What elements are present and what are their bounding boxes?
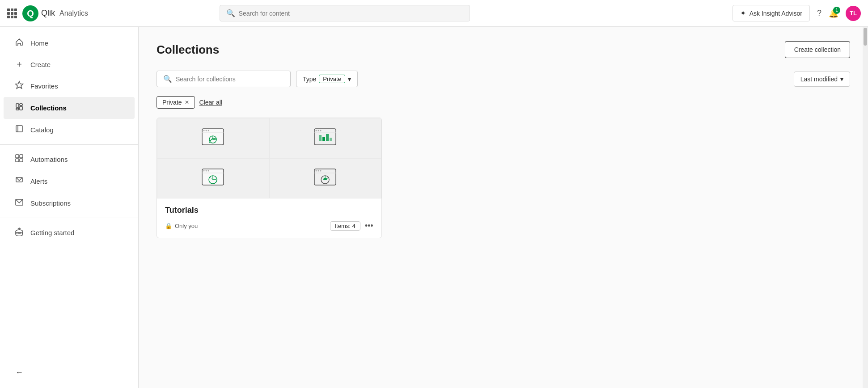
sidebar-item-subscriptions-label: Subscriptions [30,199,71,207]
svg-rect-32 [330,138,332,141]
svg-rect-7 [16,155,19,158]
help-icon: ? [817,8,821,17]
sidebar-item-subscriptions[interactable]: Subscriptions [4,192,135,214]
collection-title: Tutorials [165,206,373,215]
collection-search-bar: 🔍 [157,71,291,87]
thumb-1 [157,118,269,158]
svg-rect-2 [16,108,19,110]
collection-more-button[interactable]: ••• [365,221,373,231]
insight-advisor-icon: ✦ [740,9,746,17]
thumb-4 [269,158,381,198]
sidebar-item-collections[interactable]: Collections [4,97,135,119]
sidebar-item-catalog[interactable]: Catalog [4,119,135,141]
main-layout: Home + Create Favorites [0,27,868,388]
create-collection-button[interactable]: Create collection [785,41,850,58]
user-avatar[interactable]: TL [846,6,861,21]
nav-right: ✦ Ask Insight Advisor ? 🔔 1 TL [733,5,861,21]
getting-started-icon [14,227,24,238]
sidebar-item-create-label: Create [30,61,51,68]
sidebar-item-alerts-label: Alerts [30,177,47,185]
global-search-bar: 🔍 [220,5,470,21]
private-filter-remove-icon[interactable]: ✕ [185,99,189,105]
collection-search-icon: 🔍 [163,75,172,83]
subscriptions-icon [14,198,24,209]
nav-left: Qlik Analytics [7,5,88,21]
thumb-2 [269,118,381,158]
svg-marker-0 [16,81,23,89]
scrollbar-thumb[interactable] [864,28,867,46]
svg-rect-5 [16,126,22,132]
global-search-input[interactable] [239,10,463,17]
home-icon [14,38,24,49]
page-title: Collections [157,43,219,57]
alerts-icon [14,176,24,187]
sidebar-item-catalog-label: Catalog [30,126,54,134]
logo-qlik-text: Qlik [41,8,55,18]
type-filter-value: Private [319,75,345,83]
items-count-badge: Items: 4 [330,221,360,231]
type-filter-dropdown[interactable]: Type Private ▾ [296,71,358,87]
svg-point-36 [208,170,209,172]
qlik-logo[interactable]: Qlik Analytics [22,5,88,21]
private-filter-label: Private [162,99,182,106]
top-navigation: Qlik Analytics 🔍 ✦ Ask Insight Advisor ?… [0,0,868,27]
svg-rect-31 [326,134,329,141]
search-icon: 🔍 [226,9,235,17]
svg-point-25 [316,130,317,131]
qlik-logo-circle [22,5,38,21]
collection-card-tutorials[interactable]: Tutorials 🔒 Only you Items: 4 ••• [157,118,382,238]
logo-analytics-text: Analytics [59,9,88,17]
global-search-container: 🔍 [220,5,470,21]
sidebar-item-home[interactable]: Home [4,32,135,54]
insight-advisor-label: Ask Insight Advisor [749,10,802,17]
automations-icon [14,154,24,165]
sidebar-item-create[interactable]: + Create [4,54,135,75]
sidebar-divider-2 [0,218,138,218]
sidebar-item-automations[interactable]: Automations [4,148,135,170]
sidebar-divider-1 [0,144,138,145]
sidebar-item-getting-started[interactable]: Getting started [4,222,135,244]
collection-owner: 🔒 Only you [165,223,198,229]
collections-grid: Tutorials 🔒 Only you Items: 4 ••• [157,118,850,238]
svg-rect-30 [322,137,325,141]
svg-point-19 [203,130,205,131]
type-filter-chevron-icon: ▾ [348,76,351,83]
notification-badge: 1 [833,7,840,14]
clear-all-button[interactable]: Clear all [199,99,222,106]
notifications-button[interactable]: 🔔 1 [829,8,838,18]
svg-point-40 [316,170,317,172]
sidebar-bottom: ← [0,363,138,383]
sidebar: Home + Create Favorites [0,27,139,388]
filters-row: 🔍 Type Private ▾ Last modified ▾ [157,71,850,87]
sidebar-item-collections-label: Collections [30,104,67,112]
svg-point-16 [16,232,23,236]
scrollbar-track [863,27,868,388]
svg-rect-4 [20,106,22,110]
svg-point-42 [320,170,322,172]
sidebar-collapse-button[interactable]: ← [4,363,135,383]
collection-owner-label: Only you [175,223,198,229]
grid-menu-icon[interactable] [7,8,17,18]
card-body: Tutorials 🔒 Only you Items: 4 ••• [157,198,381,238]
favorites-icon [14,80,24,92]
svg-rect-29 [319,135,322,141]
svg-rect-1 [16,104,19,107]
thumb-3 [157,158,269,198]
sidebar-item-alerts[interactable]: Alerts [4,170,135,192]
svg-point-27 [320,130,322,131]
svg-point-41 [318,170,319,172]
type-filter-label: Type [303,76,316,83]
sort-dropdown[interactable]: Last modified ▾ [794,72,850,87]
svg-point-34 [203,170,205,172]
active-filters-row: Private ✕ Clear all [157,96,850,109]
sidebar-item-favorites[interactable]: Favorites [4,75,135,97]
sort-label: Last modified [800,76,838,83]
insight-advisor-button[interactable]: ✦ Ask Insight Advisor [733,5,810,21]
svg-rect-8 [20,155,23,158]
collection-search-input[interactable] [176,76,284,83]
svg-rect-9 [16,159,19,162]
help-button[interactable]: ? [817,8,821,18]
card-footer: 🔒 Only you Items: 4 ••• [165,221,373,231]
private-filter-tag[interactable]: Private ✕ [157,96,195,109]
sidebar-item-automations-label: Automations [30,156,68,163]
